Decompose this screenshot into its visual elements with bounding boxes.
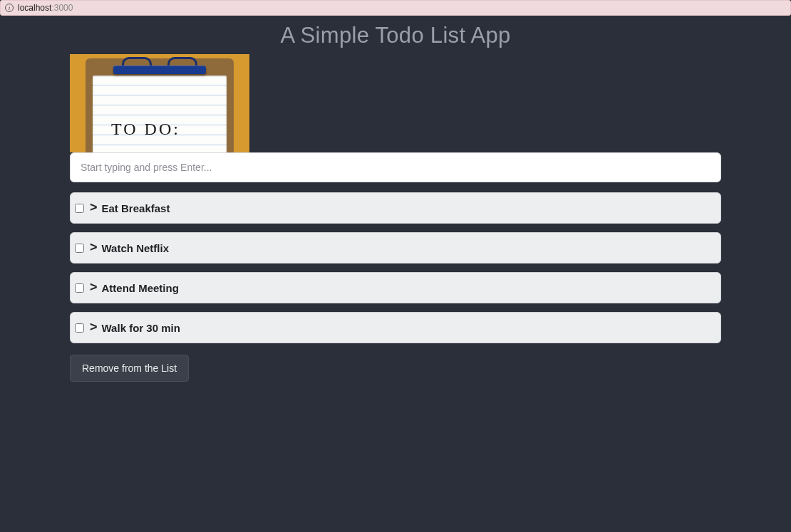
- list-item: > Walk for 30 min: [70, 312, 721, 343]
- chevron-right-icon: >: [90, 320, 98, 335]
- page-title: A Simple Todo List App: [0, 16, 791, 54]
- clipboard-clip: [113, 58, 206, 78]
- info-icon: i: [5, 4, 14, 12]
- clipboard-paper: [93, 75, 227, 152]
- main-container: TO DO: > Eat Breakfast > Watch Netflix >…: [70, 54, 721, 382]
- hero-image: TO DO:: [70, 54, 249, 152]
- todo-checkbox[interactable]: [75, 244, 84, 253]
- url-port: :3000: [51, 3, 73, 13]
- app-root: A Simple Todo List App TO DO: > Eat Brea…: [0, 16, 791, 532]
- hero-handwritten-text: TO DO:: [111, 120, 180, 139]
- list-item: > Attend Meeting: [70, 272, 721, 303]
- todo-label: Eat Breakfast: [102, 202, 170, 214]
- url-host: localhost: [18, 3, 51, 13]
- chevron-right-icon: >: [90, 240, 98, 255]
- todo-label: Watch Netflix: [102, 242, 169, 254]
- list-item: > Eat Breakfast: [70, 192, 721, 224]
- todo-checkbox[interactable]: [75, 204, 84, 213]
- remove-button[interactable]: Remove from the List: [70, 355, 189, 382]
- todo-label: Walk for 30 min: [102, 322, 180, 334]
- browser-address-bar[interactable]: i localhost:3000: [0, 0, 791, 16]
- todo-label: Attend Meeting: [102, 282, 179, 294]
- todo-checkbox[interactable]: [75, 283, 84, 293]
- todo-list: > Eat Breakfast > Watch Netflix > Attend…: [70, 192, 721, 343]
- chevron-right-icon: >: [90, 200, 98, 215]
- chevron-right-icon: >: [90, 280, 98, 295]
- new-todo-input[interactable]: [70, 152, 721, 182]
- todo-checkbox[interactable]: [75, 323, 84, 333]
- list-item: > Watch Netflix: [70, 232, 721, 264]
